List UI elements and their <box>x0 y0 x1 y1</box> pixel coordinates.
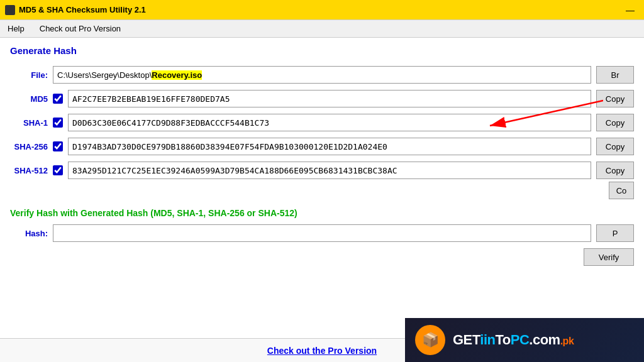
watermark-get: GET <box>453 332 480 348</box>
sha256-value[interactable] <box>68 138 591 155</box>
sha512-label: SHA-512 <box>10 166 48 175</box>
watermark-iin: iin <box>480 332 495 348</box>
md5-label: MD5 <box>10 94 48 104</box>
verify-action-row: Verify <box>10 248 634 266</box>
app-icon <box>5 5 15 15</box>
file-path-highlight: Recovery.iso <box>152 70 202 80</box>
sha1-value[interactable] <box>68 114 591 131</box>
hash-label: Hash: <box>10 229 48 238</box>
watermark-pk: .pk <box>560 336 574 346</box>
hash-input[interactable] <box>53 224 591 242</box>
hash-verify-row: Hash: P <box>10 224 634 242</box>
verify-button[interactable]: Verify <box>584 248 634 266</box>
sha256-row: SHA-256 Copy <box>10 138 634 155</box>
verify-title: Verify Hash with Generated Hash (MD5, SH… <box>10 208 634 218</box>
sha256-checkbox[interactable] <box>53 141 63 151</box>
sha1-checkbox[interactable] <box>53 118 63 128</box>
md5-value[interactable] <box>68 90 591 107</box>
watermark-to: To <box>496 332 511 348</box>
co-button[interactable]: Co <box>609 182 634 199</box>
pro-version-link[interactable]: Check out the Pro Version <box>267 346 377 356</box>
sha256-label: SHA-256 <box>10 142 48 151</box>
watermark: 📦 GETiinToPC.com.pk <box>405 318 644 362</box>
title-controls: — <box>621 3 639 17</box>
title-bar: MD5 & SHA Checksum Utility 2.1 — <box>0 0 644 20</box>
watermark-text: GETiinToPC.com.pk <box>453 332 574 348</box>
sha512-value[interactable] <box>68 162 591 179</box>
sha512-copy-button[interactable]: Copy <box>596 162 634 179</box>
menu-bar: Help Check out Pro Version <box>0 20 644 38</box>
watermark-com: .com <box>529 332 560 348</box>
md5-row: MD5 Copy <box>10 90 634 107</box>
file-label: File: <box>10 70 48 80</box>
file-row: File: C:\Users\Sergey\Desktop\Recovery.i… <box>10 66 634 84</box>
verify-section: Verify Hash with Generated Hash (MD5, SH… <box>10 208 634 266</box>
generate-hash-title: Generate Hash <box>10 45 634 56</box>
md5-checkbox[interactable] <box>53 94 63 104</box>
browse-button[interactable]: Br <box>596 66 634 84</box>
app-title: MD5 & SHA Checksum Utility 2.1 <box>19 5 146 14</box>
sha512-checkbox[interactable] <box>53 165 63 175</box>
file-path-normal: C:\Users\Sergey\Desktop\ <box>57 70 152 80</box>
title-bar-left: MD5 & SHA Checksum Utility 2.1 <box>5 5 146 15</box>
sha256-copy-button[interactable]: Copy <box>596 138 634 155</box>
sha512-row: SHA-512 Copy <box>10 162 634 179</box>
menu-pro-version[interactable]: Check out Pro Version <box>35 21 126 36</box>
watermark-pc: PC <box>511 332 530 348</box>
paste-button[interactable]: P <box>596 224 634 242</box>
sha1-label: SHA-1 <box>10 118 48 128</box>
menu-help[interactable]: Help <box>3 21 30 36</box>
watermark-icon: 📦 <box>415 325 445 355</box>
md5-copy-button[interactable]: Copy <box>596 90 634 107</box>
sha1-copy-button[interactable]: Copy <box>596 114 634 131</box>
package-icon: 📦 <box>422 332 439 348</box>
sha1-row: SHA-1 Copy <box>10 114 634 131</box>
file-path-container[interactable]: C:\Users\Sergey\Desktop\Recovery.iso <box>53 66 591 84</box>
minimize-button[interactable]: — <box>621 3 639 17</box>
main-content: Generate Hash File: C:\Users\Sergey\Desk… <box>0 38 644 362</box>
